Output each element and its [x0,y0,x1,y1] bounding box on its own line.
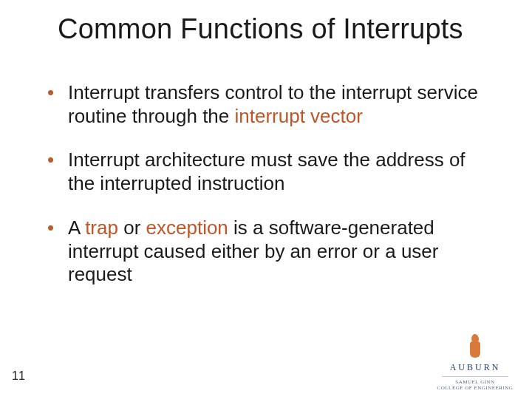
bullet-list: Interrupt transfers control to the inter… [47,81,495,287]
highlight-term: interrupt vector [235,105,363,127]
bullet-item: A trap or exception is a software-genera… [47,216,495,287]
bullet-text: or [118,216,146,239]
auburn-logo: AUBURN Samuel Ginn College of Engineerin… [434,334,516,392]
logo-divider [442,376,508,377]
highlight-term: exception [146,216,228,239]
logo-crest-icon [467,334,483,359]
bullet-text: Interrupt architecture must save the add… [68,149,466,194]
slide: Common Functions of Interrupts Interrupt… [0,0,532,399]
bullet-item: Interrupt transfers control to the inter… [47,81,495,128]
logo-university-name: AUBURN [434,362,516,373]
bullet-item: Interrupt architecture must save the add… [47,149,495,195]
logo-tower-icon [470,341,480,358]
logo-subtitle-2: College of Engineering [434,385,516,392]
slide-body: Interrupt transfers control to the inter… [47,81,495,307]
highlight-term: trap [85,216,118,239]
slide-title: Common Functions of Interrupts [58,13,510,45]
bullet-text: A [68,216,85,239]
page-number: 11 [12,369,25,383]
logo-subtitle-1: Samuel Ginn [434,379,516,386]
